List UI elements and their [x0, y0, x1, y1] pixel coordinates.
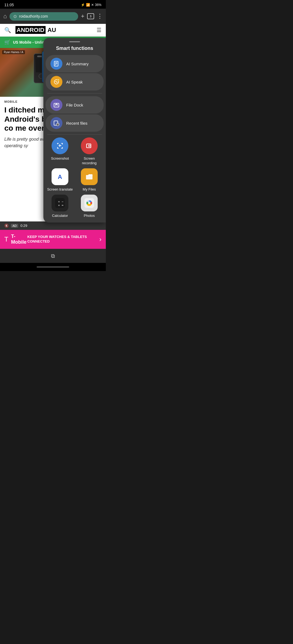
ai-summary-label: AI Summary [66, 62, 89, 66]
ai-speak-item[interactable]: AI Speak [46, 73, 104, 91]
bottom-nav: ⧉ [0, 249, 106, 263]
ai-summary-item[interactable]: AI Summary [46, 55, 104, 72]
status-bar: 11:05 ⚡ 📶 ✕ 36% [0, 0, 106, 9]
screen-recording-label: Screen recording [76, 156, 103, 166]
ai-speak-icon [50, 76, 62, 88]
ad-footer-text: KEEP YOUR WATCHES & TABLETS CONNECTED [27, 235, 99, 244]
svg-point-20 [88, 202, 90, 204]
status-icons: ⚡ 📶 ✕ 36% [81, 3, 101, 7]
site-logo: ANDROID AU [15, 27, 56, 34]
address-bar[interactable]: ⊙ roidauthority.com [9, 12, 78, 21]
ad-timer: 0:29 [20, 224, 27, 228]
signal-icon: ✕ [91, 3, 94, 7]
mute-icon[interactable]: 🔇 [4, 224, 9, 228]
ai-summary-icon [50, 58, 62, 70]
site-header: 🔍 ANDROID AU ☰ [0, 24, 106, 37]
bottom-ad-bar: 🔇 AD 0:29 [0, 221, 106, 230]
svg-point-11 [89, 145, 90, 146]
recent-files-icon [50, 117, 62, 129]
my-files-item[interactable]: My Files [76, 168, 103, 192]
home-button[interactable]: ⌂ [3, 13, 7, 20]
tmobile-logo: T-Mobile [11, 234, 27, 245]
screenshot-label: Screenshot [51, 156, 69, 161]
site-icon: ⊙ [13, 14, 17, 19]
panel-divider-2 [47, 134, 102, 135]
panel-divider-1 [47, 93, 102, 94]
photos-label: Photos [84, 214, 95, 218]
search-icon[interactable]: 🔍 [4, 27, 11, 33]
ad-arrow-icon: › [99, 236, 101, 243]
my-files-label: My Files [83, 187, 96, 192]
panel-title: Smart functions [43, 46, 106, 51]
hamburger-menu-icon[interactable]: ☰ [97, 27, 101, 33]
tmobile-icon: T [4, 236, 8, 243]
panel-handle[interactable] [69, 41, 80, 42]
home-bar [0, 263, 106, 271]
screen-recording-icon [81, 137, 98, 154]
smart-functions-panel: Smart functions AI Summary AI Speak [43, 38, 106, 223]
ai-speak-label: AI Speak [66, 80, 83, 84]
copy-button[interactable]: ⧉ [51, 253, 55, 259]
file-dock-item[interactable]: File Dock [46, 96, 104, 114]
home-indicator [37, 266, 69, 268]
logo-suffix: AU [47, 27, 56, 33]
photo-credit: Ryan Haines / A [2, 50, 25, 54]
screen-translate-icon: A [52, 168, 68, 185]
time: 11:05 [4, 3, 14, 7]
more-options-button[interactable]: ⋮ [97, 13, 103, 20]
new-tab-button[interactable]: + [81, 13, 84, 20]
cart-icon: 🛒 [4, 39, 10, 45]
wifi-icon: 📶 [86, 3, 90, 7]
tmobile-logo-section: T T-Mobile [4, 234, 27, 245]
ad-label: AD [11, 224, 18, 228]
screenshot-item[interactable]: Screenshot [47, 137, 73, 166]
svg-rect-15 [86, 175, 93, 179]
screen-translate-item[interactable]: A Screen translate [47, 168, 73, 192]
svg-text:+  −: + − [58, 200, 63, 204]
svg-text:A: A [58, 173, 62, 180]
bluetooth-icon: ⚡ [81, 3, 85, 7]
battery-indicator: 36% [95, 3, 101, 7]
file-dock-label: File Dock [66, 103, 83, 107]
calculator-item[interactable]: + − × = Calculator [47, 195, 73, 218]
screen-translate-label: Screen translate [47, 187, 73, 192]
tmobile-ad-footer[interactable]: T T-Mobile KEEP YOUR WATCHES & TABLETS C… [0, 230, 106, 249]
recent-files-item[interactable]: Recent files [46, 114, 104, 132]
tab-switcher-button[interactable]: 3 [87, 13, 94, 19]
smart-grid: Screenshot Screen recording A Screen t [43, 137, 106, 218]
my-files-icon [81, 168, 98, 185]
svg-text:×  =: × = [58, 204, 63, 207]
screenshot-icon [52, 137, 68, 154]
recent-files-label: Recent files [66, 121, 87, 125]
file-dock-icon [50, 99, 62, 111]
url-text: roidauthority.com [19, 14, 48, 18]
browser-chrome: ⌂ ⊙ roidauthority.com + 3 ⋮ [0, 9, 106, 24]
screen-recording-item[interactable]: Screen recording [76, 137, 103, 166]
calculator-icon: + − × = [52, 195, 68, 211]
calculator-label: Calculator [52, 214, 68, 218]
photos-item[interactable]: Photos [76, 195, 103, 218]
photos-icon [81, 195, 98, 211]
